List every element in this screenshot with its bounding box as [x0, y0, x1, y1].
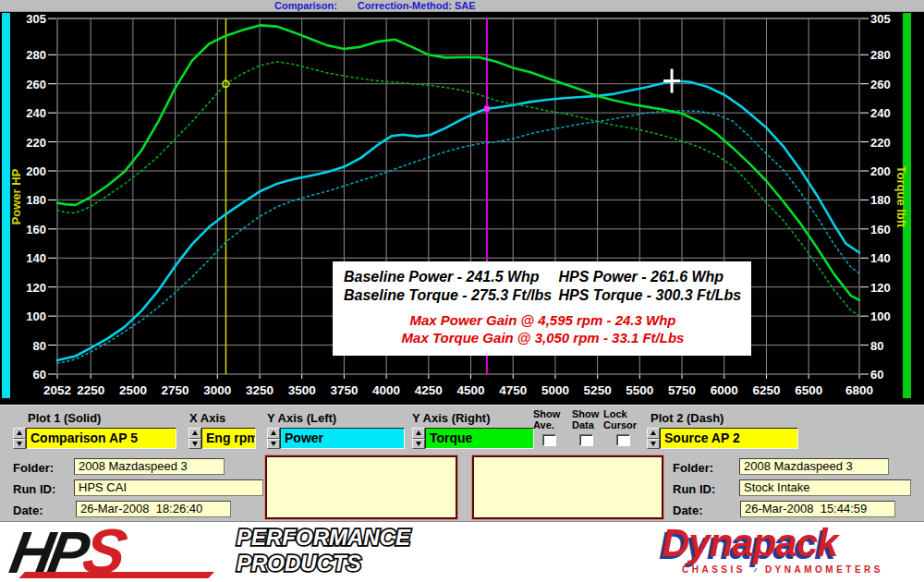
svg-text:5000: 5000: [541, 383, 569, 397]
plot1-label: Plot 1 (Solid): [28, 411, 101, 425]
svg-text:2750: 2750: [162, 383, 189, 397]
spin-down-icon[interactable]: [13, 439, 26, 450]
dynapack-chassis-text: CHASSIS: [682, 564, 746, 575]
hps-torque-text: HPS Torque - 300.3 Ft/Lbs: [558, 286, 746, 305]
run1-notes-box[interactable]: [265, 455, 457, 519]
svg-text:280: 280: [26, 48, 46, 62]
svg-text:6250: 6250: [752, 383, 780, 397]
yleft-spinner[interactable]: [267, 428, 280, 449]
torque-axis-title: Torque lbft: [894, 166, 908, 229]
dynapack-wordmark: Dynapack: [662, 522, 883, 564]
svg-text:160: 160: [26, 223, 46, 236]
svg-text:2250: 2250: [77, 383, 104, 397]
dynapack-subtitle: CHASSIS DYNAMOMETERS: [682, 564, 883, 575]
hps-performance-products-wordmark: PERFORMANCE PRODUCTS: [233, 525, 427, 580]
dynapack-logo: Dynapack CHASSIS DYNAMOMETERS: [662, 522, 883, 581]
svg-text:220: 220: [870, 136, 891, 150]
spin-up-icon[interactable]: [13, 428, 26, 439]
svg-text:5750: 5750: [668, 383, 696, 397]
control-panel: Plot 1 (Solid) X Axis Y Axis (Left) Y Ax…: [0, 405, 924, 521]
svg-text:180: 180: [26, 193, 46, 207]
run1-runid-field[interactable]: HPS CAI: [74, 479, 263, 496]
run1-date-label: Date:: [13, 503, 43, 517]
svg-text:140: 140: [26, 251, 46, 265]
xaxis-spinner[interactable]: [188, 428, 201, 449]
logo-strip: HPS PERFORMANCE PRODUCTS Dynapack CHASSI…: [0, 521, 924, 582]
run1-folder-label: Folder:: [13, 461, 54, 475]
hps-logo: HPS: [6, 524, 238, 581]
svg-text:200: 200: [26, 164, 46, 178]
plot1-select[interactable]: Comparison AP 5: [26, 428, 176, 449]
spin-down-icon[interactable]: [188, 439, 201, 450]
svg-text:4500: 4500: [457, 383, 485, 397]
svg-text:3750: 3750: [330, 383, 358, 397]
spin-up-icon[interactable]: [188, 428, 201, 439]
xaxis-combo: Eng rpm: [188, 428, 256, 449]
svg-text:PRODUCTS: PRODUCTS: [237, 551, 361, 576]
dynapack-dash-icon: [754, 568, 758, 572]
run2-folder-field[interactable]: 2008 Mazdaspeed 3: [739, 458, 889, 475]
lock-cursor-label: LockCursor: [603, 408, 637, 430]
svg-text:PERFORMANCE: PERFORMANCE: [237, 525, 411, 550]
svg-text:280: 280: [870, 48, 891, 62]
yaxis-right-select[interactable]: Torque: [425, 428, 534, 449]
svg-text:2500: 2500: [119, 383, 147, 397]
svg-text:120: 120: [870, 281, 891, 295]
spin-up-icon[interactable]: [647, 428, 660, 439]
svg-text:4750: 4750: [499, 383, 527, 397]
svg-text:200: 200: [870, 164, 891, 178]
svg-text:6800: 6800: [845, 383, 873, 397]
xaxis-select[interactable]: Eng rpm: [201, 428, 256, 449]
svg-text:60: 60: [870, 368, 883, 382]
yaxis-left-combo: Power: [267, 428, 405, 449]
svg-text:240: 240: [26, 106, 46, 120]
plot1-spinner[interactable]: [13, 428, 26, 449]
spin-up-icon[interactable]: [267, 428, 280, 439]
title-bar: Comparison: Correction-Method: SAE: [0, 0, 924, 12]
yaxis-right-combo: Torque: [412, 428, 534, 449]
svg-text:80: 80: [870, 339, 883, 353]
svg-text:140: 140: [870, 251, 891, 265]
show-data-checkbox[interactable]: [579, 434, 593, 446]
run2-notes-box[interactable]: [472, 455, 663, 519]
max-torque-gain-text: Max Torque Gain @ 3,050 rpm - 33.1 Ft/Lb…: [344, 329, 742, 346]
svg-text:305: 305: [870, 12, 891, 26]
lock-cursor-checkbox[interactable]: [616, 434, 630, 446]
yaxis-left-select[interactable]: Power: [280, 428, 405, 449]
annotation-box: Baseline Power - 241.5 Whp HPS Power - 2…: [333, 261, 751, 356]
svg-text:220: 220: [26, 136, 46, 150]
spin-down-icon[interactable]: [412, 439, 425, 450]
plot2-select[interactable]: Source AP 2: [660, 428, 798, 449]
spin-down-icon[interactable]: [267, 439, 280, 450]
run2-runid-field[interactable]: Stock Intake: [739, 479, 911, 496]
spin-down-icon[interactable]: [647, 439, 660, 450]
svg-text:160: 160: [870, 223, 891, 236]
power-axis-title: Power HP: [9, 168, 23, 224]
xaxis-label: X Axis: [189, 411, 225, 425]
svg-text:6000: 6000: [711, 383, 738, 397]
svg-text:4250: 4250: [415, 383, 443, 397]
run2-runid-label: Run ID:: [673, 482, 715, 496]
svg-text:3500: 3500: [288, 383, 316, 397]
run1-folder-field[interactable]: 2008 Mazdaspeed 3: [74, 458, 225, 475]
svg-text:60: 60: [33, 368, 46, 382]
show-ave-checkbox[interactable]: [542, 434, 556, 446]
baseline-power-text: Baseline Power - 241.5 Whp: [344, 268, 554, 286]
spin-up-icon[interactable]: [412, 428, 425, 439]
run2-date-field[interactable]: 26-Mar-2008 15:44:59: [740, 501, 895, 517]
svg-text:180: 180: [870, 193, 891, 207]
svg-text:2052: 2052: [43, 383, 71, 397]
svg-text:120: 120: [26, 281, 46, 295]
run2-date-label: Date:: [673, 503, 703, 517]
yright-spinner[interactable]: [412, 428, 425, 449]
run1-runid-label: Run ID:: [13, 482, 55, 496]
yaxis-left-label: Y Axis (Left): [267, 411, 336, 425]
svg-text:260: 260: [870, 78, 891, 91]
yaxis-right-label: Y Axis (Right): [412, 411, 491, 425]
plot2-combo: Source AP 2: [647, 428, 798, 449]
max-power-gain-text: Max Power Gain @ 4,595 rpm - 24.3 Whp: [344, 311, 742, 329]
hps-power-text: HPS Power - 261.6 Whp: [558, 268, 746, 286]
hps-logo-swoosh: [18, 572, 214, 578]
svg-text:5500: 5500: [626, 383, 653, 397]
plot2-spinner[interactable]: [647, 428, 660, 449]
